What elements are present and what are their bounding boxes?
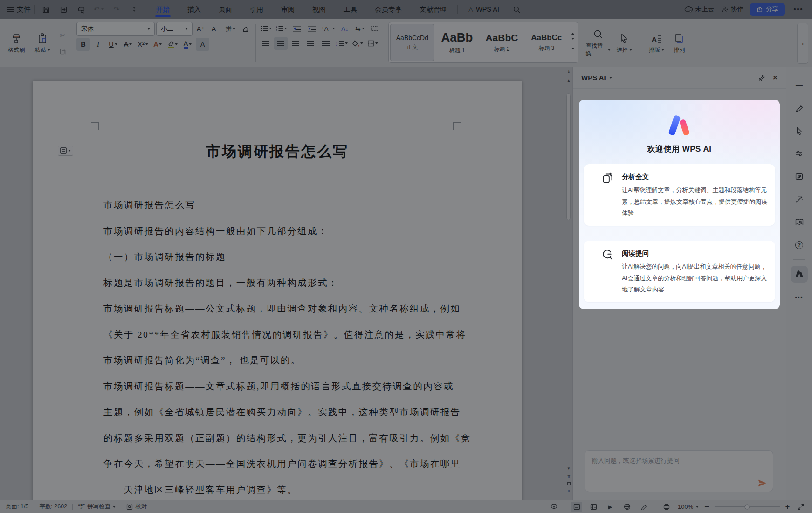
properties-button[interactable]: [791, 145, 808, 162]
close-icon[interactable]: ×: [773, 74, 778, 82]
spellcheck-button[interactable]: ABC✓ 拼写检查: [78, 503, 116, 511]
scrollbar-thumb[interactable]: [566, 93, 571, 220]
document-canvas[interactable]: 市场调研报告怎么写 市场调研报告怎么写 市场调研报告的内容结构一般由如下几部分组…: [0, 67, 565, 500]
char-scale-button[interactable]: ⁺A⁺: [320, 22, 337, 35]
highlight-button[interactable]: [166, 38, 179, 51]
underline-button[interactable]: U: [106, 38, 120, 51]
tab-tools[interactable]: 工具: [337, 0, 364, 19]
chevron-up-icon[interactable]: [571, 33, 574, 35]
document-line[interactable]: （一）市场调研报告的标题: [103, 244, 508, 270]
document-line[interactable]: 市场调研报告的内容结构一般由如下几部分组成：: [103, 218, 508, 244]
search-button[interactable]: [510, 3, 524, 16]
tab-view[interactable]: 视图: [305, 0, 333, 19]
annotate-button[interactable]: [791, 99, 808, 116]
print-preview-button[interactable]: [74, 3, 88, 16]
document-line[interactable]: 市场调研报告怎么写: [103, 192, 508, 218]
tab-home[interactable]: 开始: [149, 0, 177, 19]
next-page-icon[interactable]: ⇊: [567, 489, 571, 493]
document-line[interactable]: 的标题多采用双题（正副题）的结构形式，更为引人注目，富有吸引力。例如《竞: [103, 425, 508, 451]
collapse-button[interactable]: —: [791, 76, 808, 93]
select-button[interactable]: 选择: [612, 31, 637, 56]
redo-button[interactable]: ↷: [110, 3, 124, 16]
zoom-in-button[interactable]: +: [785, 503, 790, 511]
fit-page-button[interactable]: [661, 502, 672, 512]
tab-reference[interactable]: 引用: [243, 0, 270, 19]
web-view-button[interactable]: [621, 502, 633, 512]
navigation-button[interactable]: [791, 214, 808, 230]
help-button[interactable]: ?: [791, 236, 808, 253]
document-scrollbar[interactable]: ⇞ ▲ ▼ ⇈ ⇊: [565, 67, 572, 500]
eye-protect-button[interactable]: [548, 502, 559, 512]
document-line[interactable]: 市场调研报告标题——公文式标题，即由调查对象和内容、文种名称组成，例如: [103, 296, 508, 322]
line-spacing-button[interactable]: ↕: [334, 37, 349, 50]
zoom-slider-knob[interactable]: [744, 504, 750, 509]
tab-citation[interactable]: 文献管理: [413, 0, 454, 19]
shrink-font-button[interactable]: A⁻: [209, 22, 222, 35]
pin-icon[interactable]: [758, 74, 765, 82]
page-view-button[interactable]: [571, 502, 582, 512]
export-button[interactable]: [56, 3, 70, 16]
distribute-button[interactable]: [319, 37, 332, 50]
align-right-button[interactable]: [289, 37, 303, 50]
save-button[interactable]: [39, 3, 53, 16]
italic-button[interactable]: I: [91, 38, 105, 51]
tab-member[interactable]: 会员专享: [368, 0, 409, 19]
justify-button[interactable]: [304, 37, 317, 50]
style-normal[interactable]: AaBbCcDd 正文: [390, 24, 434, 61]
borders-button[interactable]: [366, 37, 379, 50]
format-painter-button[interactable]: 格式刷: [4, 31, 29, 56]
bullet-list-button[interactable]: [259, 22, 273, 35]
play-view-button[interactable]: ▶: [605, 502, 616, 512]
copy-button[interactable]: [56, 45, 69, 58]
document-title[interactable]: 市场调研报告怎么写: [33, 142, 522, 161]
ai-question-inputbox[interactable]: [585, 450, 773, 492]
font-name-select[interactable]: 宋体: [76, 22, 155, 36]
increase-indent-button[interactable]: [305, 22, 318, 35]
style-heading2[interactable]: AaBbC 标题 2: [480, 24, 523, 61]
paste-button[interactable]: 粘贴: [30, 31, 55, 56]
phonetic-guide-button[interactable]: 拼: [224, 22, 237, 35]
collaborate-button[interactable]: 协作: [721, 5, 743, 14]
zoom-level-button[interactable]: 100%: [678, 503, 699, 510]
word-count[interactable]: 字数: 2602: [39, 503, 67, 511]
text-effects-button[interactable]: A: [151, 38, 165, 51]
strikethrough-button[interactable]: A: [121, 38, 135, 51]
previous-page-icon[interactable]: ⇈: [567, 474, 571, 478]
sidebar-more-button[interactable]: •••: [791, 289, 808, 305]
document-page[interactable]: 市场调研报告怎么写 市场调研报告怎么写 市场调研报告的内容结构一般由如下几部分组…: [33, 81, 522, 500]
cut-button[interactable]: ✂: [56, 29, 69, 42]
style-heading3[interactable]: AaBbCc 标题 3: [524, 24, 568, 61]
tab-insert[interactable]: 插入: [180, 0, 208, 19]
wps-ai-sidebar-button[interactable]: [791, 266, 808, 283]
numbered-list-button[interactable]: 12: [275, 22, 289, 35]
chevron-down-icon[interactable]: [609, 77, 612, 79]
select-tool-button[interactable]: [791, 122, 808, 139]
ai-card-ask[interactable]: 阅读提问 让AI解决您的问题，向AI提出和文章相关的任意问题，AI会通过文章的分…: [584, 241, 775, 302]
document-line[interactable]: 争在今天，希望在明天——全国洗衣机用户问卷调查分析报告》、《市场在哪里: [103, 451, 508, 477]
align-left-button[interactable]: [259, 37, 273, 50]
fullscreen-button[interactable]: [795, 502, 806, 512]
char-shading-button[interactable]: A: [196, 38, 209, 51]
more-button[interactable]: •••: [791, 3, 805, 16]
material-library-button[interactable]: [791, 168, 808, 185]
tab-wps-ai[interactable]: △WPS AI: [461, 0, 506, 19]
tab-ruler-button[interactable]: [368, 22, 381, 35]
send-icon[interactable]: [757, 479, 767, 487]
gallery-more-icon[interactable]: [571, 43, 574, 52]
sort-button[interactable]: A↓: [338, 22, 351, 35]
decrease-indent-button[interactable]: [290, 22, 303, 35]
share-button[interactable]: 分享: [750, 3, 785, 16]
document-line[interactable]: ——天津地区三峰轻型客车用户调查》等。: [103, 477, 508, 500]
tab-review[interactable]: 审阅: [274, 0, 302, 19]
font-color-button[interactable]: A: [181, 38, 194, 51]
scroll-top-icon[interactable]: ⇞: [567, 70, 571, 74]
cloud-status[interactable]: 未上云: [684, 5, 715, 14]
customize-quick-toolbar-button[interactable]: [127, 3, 141, 16]
scroll-down-icon[interactable]: ▼: [567, 466, 571, 471]
chevron-down-icon[interactable]: [571, 38, 574, 40]
page-indicator[interactable]: 页面: 1/5: [6, 503, 28, 511]
ink-button[interactable]: [638, 502, 649, 512]
ai-question-input[interactable]: [585, 451, 773, 492]
undo-button[interactable]: ↶: [92, 3, 106, 16]
superscript-button[interactable]: X²: [136, 38, 150, 51]
